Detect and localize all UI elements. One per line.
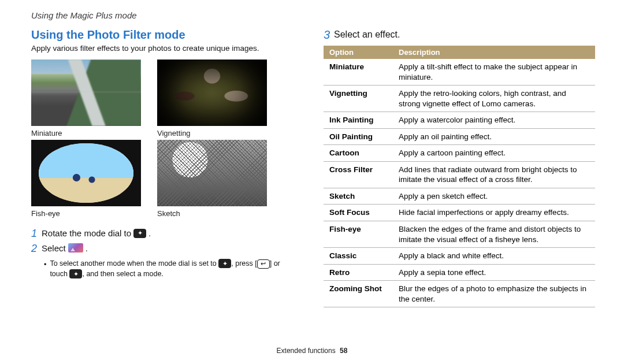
intro-text: Apply various filter effects to your pho… <box>31 44 291 53</box>
description-cell: Apply a black and white effect. <box>393 248 595 265</box>
thumbnail-label: Fish-eye <box>31 209 141 218</box>
mode-dial-icon: ✦ <box>218 259 231 268</box>
note-text: To select another mode when the mode dia… <box>50 258 291 279</box>
step-number: 3 <box>324 28 334 41</box>
option-cell: Vignetting <box>324 86 393 112</box>
thumbnail-grid: Miniature Vignetting Fish-eye Sketch <box>31 60 291 218</box>
table-row: RetroApply a sepia tone effect. <box>324 264 595 281</box>
table-row: Zooming ShotBlur the edges of a photo to… <box>324 281 595 307</box>
thumb-cell: Vignetting <box>157 60 267 138</box>
step-1-text-a: Rotate the mode dial to <box>42 228 131 238</box>
note-a: To select another mode when the mode dia… <box>50 259 216 268</box>
thumbnail-miniature <box>31 60 141 126</box>
description-cell: Apply a sepia tone effect. <box>393 264 595 281</box>
thumbnail-label: Sketch <box>157 209 267 218</box>
thumb-cell: Sketch <box>157 140 267 218</box>
description-cell: Blur the edges of a photo to emphasize t… <box>393 281 595 307</box>
option-cell: Cartoon <box>324 145 393 162</box>
option-cell: Ink Painting <box>324 112 393 129</box>
thumbnail-label: Vignetting <box>157 129 267 138</box>
step-number: 1 <box>31 228 42 240</box>
option-cell: Miniature <box>324 59 393 86</box>
footer-section: Extended functions <box>277 347 336 355</box>
step-1-text-b: . <box>148 228 151 238</box>
effects-body: MiniatureApply a tilt-shift effect to ma… <box>324 59 595 307</box>
description-cell: Apply a tilt-shift effect to make the su… <box>393 59 595 86</box>
thumb-cell: Fish-eye <box>31 140 141 218</box>
table-row: CartoonApply a cartoon painting effect. <box>324 145 595 162</box>
step-3: 3 Select an effect. <box>324 28 595 41</box>
return-button-icon: ↩ <box>257 259 270 269</box>
table-row: Ink PaintingApply a watercolor painting … <box>324 112 595 129</box>
thumbnail-sketch <box>157 140 267 206</box>
effects-table: Option Description MiniatureApply a tilt… <box>324 46 595 307</box>
step-2: 2 Select . <box>31 243 291 255</box>
photo-filter-icon <box>68 243 83 252</box>
table-row: ClassicApply a black and white effect. <box>324 248 595 265</box>
description-cell: Apply an oil painting effect. <box>393 128 595 145</box>
description-cell: Apply a pen sketch effect. <box>393 188 595 205</box>
step-text: Rotate the mode dial to ✦ . <box>42 228 151 238</box>
description-cell: Apply a watercolor painting effect. <box>393 112 595 129</box>
description-cell: Apply the retro-looking colors, high con… <box>393 86 595 112</box>
option-cell: Sketch <box>324 188 393 205</box>
note-d: , and then select a mode. <box>82 270 163 278</box>
step-2-text-a: Select <box>42 243 66 253</box>
bullet-icon: • <box>44 259 46 279</box>
description-cell: Hide facial imperfections or apply dream… <box>393 205 595 221</box>
step-number: 2 <box>31 243 42 255</box>
option-cell: Zooming Shot <box>324 281 393 307</box>
step-2-note: • To select another mode when the mode d… <box>44 258 291 279</box>
breadcrumb: Using the Magic Plus mode <box>31 10 595 20</box>
option-cell: Classic <box>324 248 393 265</box>
page: Using the Magic Plus mode Using the Phot… <box>0 0 624 307</box>
table-row: Oil PaintingApply an oil painting effect… <box>324 128 595 145</box>
option-cell: Soft Focus <box>324 205 393 221</box>
page-number: 58 <box>340 347 347 355</box>
step-1: 1 Rotate the mode dial to ✦ . <box>31 228 291 240</box>
note-b: , press [ <box>231 259 257 268</box>
thumbnail-vignetting <box>157 60 267 126</box>
right-column: 3 Select an effect. Option Description M… <box>324 28 595 307</box>
option-cell: Fish-eye <box>324 221 393 248</box>
table-header-row: Option Description <box>324 46 595 59</box>
option-cell: Oil Painting <box>324 128 393 145</box>
description-cell: Blacken the edges of the frame and disto… <box>393 221 595 248</box>
table-row: MiniatureApply a tilt-shift effect to ma… <box>324 59 595 86</box>
step-2-text-b: . <box>86 243 88 253</box>
left-column: Using the Photo Filter mode Apply variou… <box>31 28 291 307</box>
content-columns: Using the Photo Filter mode Apply variou… <box>31 28 595 307</box>
steps: 1 Rotate the mode dial to ✦ . 2 Select . <box>31 228 291 279</box>
step-3-text: Select an effect. <box>334 29 400 40</box>
section-title: Using the Photo Filter mode <box>31 28 291 42</box>
description-cell: Apply a cartoon painting effect. <box>393 145 595 162</box>
thumb-cell: Miniature <box>31 60 141 138</box>
table-row: Cross FilterAdd lines that radiate outwa… <box>324 161 595 188</box>
thumbnail-label: Miniature <box>31 129 141 138</box>
option-cell: Cross Filter <box>324 161 393 188</box>
table-row: Fish-eyeBlacken the edges of the frame a… <box>324 221 595 248</box>
header-option: Option <box>324 46 393 59</box>
step-text: Select . <box>42 243 88 253</box>
page-footer: Extended functions 58 <box>0 347 624 355</box>
table-row: Soft FocusHide facial imperfections or a… <box>324 205 595 221</box>
thumbnail-fisheye <box>31 140 141 206</box>
description-cell: Add lines that radiate outward from brig… <box>393 161 595 188</box>
table-row: SketchApply a pen sketch effect. <box>324 188 595 205</box>
mode-dial-icon: ✦ <box>133 229 146 238</box>
header-description: Description <box>393 46 595 59</box>
option-cell: Retro <box>324 264 393 281</box>
mode-dial-icon: ✦ <box>69 269 82 278</box>
table-row: VignettingApply the retro-looking colors… <box>324 86 595 112</box>
